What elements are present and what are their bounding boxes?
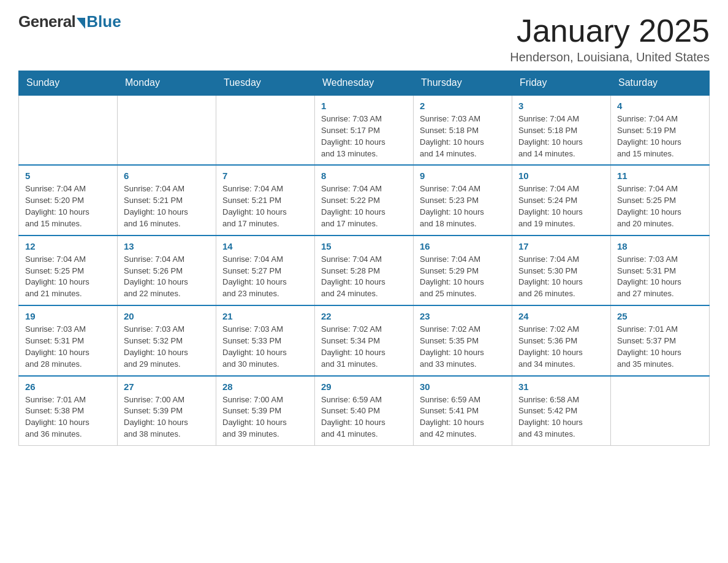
calendar-cell: 8Sunrise: 7:04 AMSunset: 5:22 PMDaylight… — [315, 165, 414, 235]
calendar-cell: 6Sunrise: 7:04 AMSunset: 5:21 PMDaylight… — [118, 165, 216, 235]
day-number: 10 — [518, 170, 604, 181]
day-number: 27 — [124, 381, 210, 392]
day-info: Sunrise: 7:01 AMSunset: 5:38 PMDaylight:… — [25, 394, 111, 440]
day-info: Sunrise: 7:04 AMSunset: 5:29 PMDaylight:… — [420, 254, 506, 300]
calendar-cell: 30Sunrise: 6:59 AMSunset: 5:41 PMDayligh… — [414, 376, 512, 446]
calendar-cell: 14Sunrise: 7:04 AMSunset: 5:27 PMDayligh… — [216, 236, 315, 305]
calendar-cell — [19, 95, 118, 165]
calendar-week-row: 19Sunrise: 7:03 AMSunset: 5:31 PMDayligh… — [19, 305, 710, 375]
weekday-header-row: SundayMondayTuesdayWednesdayThursdayFrid… — [19, 71, 710, 96]
calendar-cell: 24Sunrise: 7:02 AMSunset: 5:36 PMDayligh… — [512, 305, 611, 375]
day-info: Sunrise: 7:04 AMSunset: 5:22 PMDaylight:… — [321, 183, 407, 229]
day-number: 19 — [25, 311, 111, 321]
calendar-cell: 20Sunrise: 7:03 AMSunset: 5:32 PMDayligh… — [118, 305, 216, 375]
day-number: 14 — [222, 241, 308, 251]
day-info: Sunrise: 7:04 AMSunset: 5:28 PMDaylight:… — [321, 254, 407, 300]
day-number: 4 — [617, 101, 703, 111]
day-info: Sunrise: 7:04 AMSunset: 5:23 PMDaylight:… — [420, 183, 506, 229]
day-number: 7 — [222, 170, 308, 181]
calendar-cell: 25Sunrise: 7:01 AMSunset: 5:37 PMDayligh… — [611, 305, 710, 375]
weekday-header-friday: Friday — [512, 71, 611, 96]
day-number: 31 — [518, 381, 604, 392]
calendar-cell: 15Sunrise: 7:04 AMSunset: 5:28 PMDayligh… — [315, 236, 414, 305]
day-number: 22 — [321, 311, 407, 321]
day-info: Sunrise: 7:00 AMSunset: 5:39 PMDaylight:… — [124, 394, 210, 440]
day-number: 13 — [124, 241, 210, 251]
day-info: Sunrise: 7:04 AMSunset: 5:19 PMDaylight:… — [617, 113, 703, 159]
day-number: 12 — [25, 241, 111, 251]
calendar-cell — [611, 376, 710, 446]
day-number: 15 — [321, 241, 407, 251]
day-number: 24 — [518, 311, 604, 321]
day-info: Sunrise: 7:02 AMSunset: 5:34 PMDaylight:… — [321, 324, 407, 370]
logo-general-text: General — [18, 12, 75, 31]
calendar-cell: 12Sunrise: 7:04 AMSunset: 5:25 PMDayligh… — [19, 236, 118, 305]
logo: General Blue — [18, 12, 121, 31]
day-info: Sunrise: 7:04 AMSunset: 5:27 PMDaylight:… — [222, 254, 308, 300]
calendar-cell: 4Sunrise: 7:04 AMSunset: 5:19 PMDaylight… — [611, 95, 710, 165]
day-info: Sunrise: 7:04 AMSunset: 5:20 PMDaylight:… — [25, 183, 111, 229]
day-info: Sunrise: 7:03 AMSunset: 5:17 PMDaylight:… — [321, 113, 407, 159]
day-number: 23 — [420, 311, 506, 321]
day-number: 1 — [321, 101, 407, 111]
day-info: Sunrise: 7:04 AMSunset: 5:30 PMDaylight:… — [518, 254, 604, 300]
day-number: 3 — [518, 101, 604, 111]
day-number: 25 — [617, 311, 703, 321]
calendar-cell: 26Sunrise: 7:01 AMSunset: 5:38 PMDayligh… — [19, 376, 118, 446]
day-number: 21 — [222, 311, 308, 321]
day-info: Sunrise: 7:03 AMSunset: 5:32 PMDaylight:… — [124, 324, 210, 370]
day-info: Sunrise: 7:04 AMSunset: 5:24 PMDaylight:… — [518, 183, 604, 229]
calendar-cell: 13Sunrise: 7:04 AMSunset: 5:26 PMDayligh… — [118, 236, 216, 305]
day-info: Sunrise: 7:04 AMSunset: 5:18 PMDaylight:… — [518, 113, 604, 159]
day-number: 11 — [617, 170, 703, 181]
calendar-cell: 5Sunrise: 7:04 AMSunset: 5:20 PMDaylight… — [19, 165, 118, 235]
day-info: Sunrise: 7:04 AMSunset: 5:25 PMDaylight:… — [25, 254, 111, 300]
day-number: 16 — [420, 241, 506, 251]
calendar-cell: 18Sunrise: 7:03 AMSunset: 5:31 PMDayligh… — [611, 236, 710, 305]
day-info: Sunrise: 7:02 AMSunset: 5:36 PMDaylight:… — [518, 324, 604, 370]
logo-blue-text: Blue — [86, 12, 121, 31]
calendar-cell: 23Sunrise: 7:02 AMSunset: 5:35 PMDayligh… — [414, 305, 512, 375]
calendar-week-row: 26Sunrise: 7:01 AMSunset: 5:38 PMDayligh… — [19, 376, 710, 446]
day-number: 18 — [617, 241, 703, 251]
calendar-cell: 11Sunrise: 7:04 AMSunset: 5:25 PMDayligh… — [611, 165, 710, 235]
day-number: 5 — [25, 170, 111, 181]
weekday-header-sunday: Sunday — [19, 71, 118, 96]
calendar-cell — [118, 95, 216, 165]
title-section: January 2025 Henderson, Louisiana, Unite… — [510, 12, 710, 64]
weekday-header-tuesday: Tuesday — [216, 71, 315, 96]
day-info: Sunrise: 7:04 AMSunset: 5:21 PMDaylight:… — [124, 183, 210, 229]
day-number: 6 — [124, 170, 210, 181]
calendar-week-row: 1Sunrise: 7:03 AMSunset: 5:17 PMDaylight… — [19, 95, 710, 165]
calendar-cell: 1Sunrise: 7:03 AMSunset: 5:17 PMDaylight… — [315, 95, 414, 165]
day-info: Sunrise: 6:59 AMSunset: 5:40 PMDaylight:… — [321, 394, 407, 440]
day-number: 20 — [124, 311, 210, 321]
location-text: Henderson, Louisiana, United States — [510, 50, 710, 64]
weekday-header-saturday: Saturday — [611, 71, 710, 96]
month-title: January 2025 — [510, 12, 710, 49]
calendar-cell: 2Sunrise: 7:03 AMSunset: 5:18 PMDaylight… — [414, 95, 512, 165]
weekday-header-thursday: Thursday — [414, 71, 512, 96]
calendar-cell: 19Sunrise: 7:03 AMSunset: 5:31 PMDayligh… — [19, 305, 118, 375]
weekday-header-wednesday: Wednesday — [315, 71, 414, 96]
day-info: Sunrise: 7:03 AMSunset: 5:18 PMDaylight:… — [420, 113, 506, 159]
calendar-week-row: 12Sunrise: 7:04 AMSunset: 5:25 PMDayligh… — [19, 236, 710, 305]
calendar-cell: 7Sunrise: 7:04 AMSunset: 5:21 PMDaylight… — [216, 165, 315, 235]
day-info: Sunrise: 7:02 AMSunset: 5:35 PMDaylight:… — [420, 324, 506, 370]
calendar-cell: 16Sunrise: 7:04 AMSunset: 5:29 PMDayligh… — [414, 236, 512, 305]
day-info: Sunrise: 7:04 AMSunset: 5:21 PMDaylight:… — [222, 183, 308, 229]
day-number: 17 — [518, 241, 604, 251]
calendar-cell: 17Sunrise: 7:04 AMSunset: 5:30 PMDayligh… — [512, 236, 611, 305]
day-number: 2 — [420, 101, 506, 111]
day-number: 9 — [420, 170, 506, 181]
calendar-cell: 21Sunrise: 7:03 AMSunset: 5:33 PMDayligh… — [216, 305, 315, 375]
day-info: Sunrise: 7:03 AMSunset: 5:31 PMDaylight:… — [617, 254, 703, 300]
day-info: Sunrise: 7:03 AMSunset: 5:31 PMDaylight:… — [25, 324, 111, 370]
day-info: Sunrise: 7:04 AMSunset: 5:26 PMDaylight:… — [124, 254, 210, 300]
day-info: Sunrise: 7:01 AMSunset: 5:37 PMDaylight:… — [617, 324, 703, 370]
calendar-cell — [216, 95, 315, 165]
page-header: General Blue January 2025 Henderson, Lou… — [18, 12, 710, 64]
day-info: Sunrise: 6:59 AMSunset: 5:41 PMDaylight:… — [420, 394, 506, 440]
calendar-cell: 9Sunrise: 7:04 AMSunset: 5:23 PMDaylight… — [414, 165, 512, 235]
weekday-header-monday: Monday — [118, 71, 216, 96]
